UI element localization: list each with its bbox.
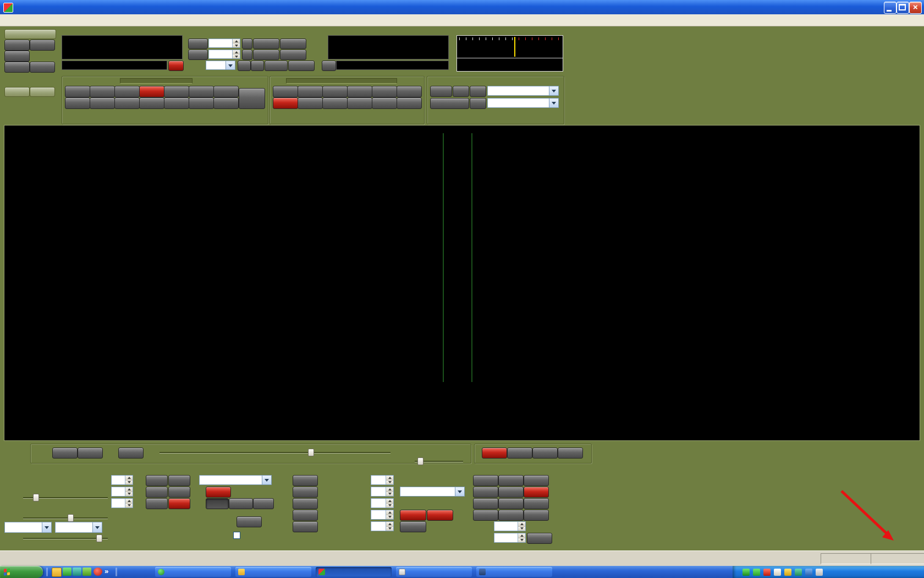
band-60-button[interactable] [114, 86, 140, 97]
filter-high-spinner[interactable] [494, 533, 526, 543]
rit-spinner[interactable] [208, 39, 240, 48]
mode-dsb-button[interactable] [372, 97, 397, 109]
spin-up-button[interactable] [518, 522, 525, 527]
dx-button[interactable] [293, 487, 318, 498]
band-gen-button[interactable] [213, 97, 239, 109]
filter-2k1-button[interactable] [498, 498, 524, 509]
display-pan-slider[interactable] [158, 448, 392, 457]
fill-button[interactable] [253, 498, 274, 509]
tray-document-icon[interactable] [774, 569, 781, 576]
spin-up-button[interactable] [125, 487, 133, 492]
filter-4k4-button[interactable] [498, 475, 524, 486]
sql-button[interactable] [146, 498, 168, 509]
peak-button[interactable] [229, 498, 253, 509]
quick-launch-overflow-chevron-icon[interactable]: » [105, 567, 108, 575]
quick-launch-app-icon[interactable] [82, 568, 91, 576]
slider-thumb[interactable] [308, 449, 314, 456]
band-12-button[interactable] [114, 97, 140, 109]
task-megafon-internet[interactable] [155, 567, 231, 577]
avg-button[interactable] [206, 498, 229, 509]
xit-spinner[interactable] [208, 50, 240, 59]
task-dnsdr[interactable] [316, 567, 392, 577]
xit-zero-button[interactable] [242, 50, 252, 60]
spin-down-button[interactable] [233, 54, 240, 58]
cpdr-button[interactable] [293, 498, 318, 509]
band-30-button[interactable] [164, 86, 189, 97]
step-minus-button[interactable] [238, 61, 251, 71]
a-greater-b-button[interactable] [288, 61, 315, 71]
vox-button[interactable] [293, 510, 318, 521]
spin-down-button[interactable] [386, 492, 393, 497]
bci-button[interactable] [52, 448, 78, 459]
start-button[interactable] [0, 566, 43, 578]
band-vhf-button[interactable] [239, 88, 265, 109]
tray-sync-icon[interactable] [795, 569, 802, 576]
x2tr-button[interactable] [30, 62, 55, 73]
tun-button[interactable] [30, 40, 55, 51]
record-button[interactable] [4, 87, 30, 97]
dropdown-arrow-icon[interactable] [549, 99, 558, 107]
drive-slider[interactable] [22, 534, 109, 543]
spin-down-button[interactable] [233, 43, 240, 47]
quick-launch-record-icon[interactable] [94, 568, 102, 576]
bin-button[interactable] [78, 448, 103, 459]
scale-2x-button[interactable] [470, 86, 486, 97]
vfob-button[interactable] [507, 448, 532, 459]
gate-spinner[interactable] [371, 521, 394, 531]
filter-5k-button[interactable] [473, 475, 498, 486]
filter-reset-button[interactable] [527, 533, 552, 544]
band-wwv-button[interactable] [213, 86, 239, 97]
band-10-button[interactable] [139, 97, 164, 109]
filter-low-spinner[interactable] [494, 521, 526, 531]
nb2-button[interactable] [168, 487, 190, 498]
filter-1k-button[interactable] [473, 510, 498, 521]
dropdown-arrow-icon[interactable] [226, 61, 235, 69]
nr-button[interactable] [146, 475, 168, 486]
filter-2k9-button[interactable] [498, 487, 524, 498]
band-20-button[interactable] [189, 86, 214, 97]
scale-4x-button[interactable] [470, 98, 486, 109]
nb-button[interactable] [146, 487, 168, 498]
agct-slider[interactable] [22, 514, 109, 522]
vox-spinner[interactable] [371, 510, 394, 520]
slider-thumb[interactable] [417, 457, 424, 465]
agc-combo[interactable] [4, 522, 52, 533]
swap-checkbox[interactable] [233, 532, 240, 539]
vfo-a-tx-button[interactable] [168, 61, 184, 71]
vac-button[interactable] [400, 521, 426, 532]
mic-button[interactable] [293, 475, 318, 486]
filter-3k3-button[interactable] [473, 487, 498, 498]
anf-button[interactable] [168, 475, 190, 486]
a-less-b-button[interactable] [280, 39, 306, 49]
spin-up-button[interactable] [125, 499, 133, 504]
cpdr-spinner[interactable] [371, 498, 394, 508]
spin-up-button[interactable] [386, 522, 393, 527]
mode-fmn-button[interactable] [372, 86, 397, 97]
spin-down-button[interactable] [125, 481, 133, 485]
mode-cwl-button[interactable] [298, 97, 323, 109]
mic-spinner[interactable] [371, 475, 394, 485]
spin-down-button[interactable] [125, 504, 133, 508]
band-6-button[interactable] [164, 97, 189, 109]
spin-up-button[interactable] [386, 510, 393, 515]
scale-1x-button[interactable] [453, 86, 469, 97]
spin-up-button[interactable] [386, 487, 393, 492]
display-mode-combo[interactable] [199, 475, 272, 485]
close-button[interactable] [909, 2, 922, 14]
dropdown-arrow-icon[interactable] [262, 476, 271, 484]
spin-up-button[interactable] [386, 476, 393, 481]
dropdown-arrow-icon[interactable] [455, 487, 464, 496]
mut-button[interactable] [4, 62, 30, 73]
tray-connection-icon[interactable] [805, 569, 812, 576]
slider-thumb[interactable] [96, 535, 102, 542]
band-160-button[interactable] [65, 86, 90, 97]
maximize-button[interactable] [897, 2, 909, 14]
mode-sam-button[interactable] [347, 97, 372, 109]
agct-spinner[interactable] [111, 487, 133, 497]
filter-1k8-button[interactable] [524, 498, 549, 509]
rx-eq-button[interactable] [400, 510, 426, 521]
spin-down-button[interactable] [386, 515, 393, 520]
mox-button[interactable] [4, 51, 30, 62]
vfo-b-tx-button[interactable] [322, 61, 336, 71]
if-to-v-button[interactable] [253, 50, 279, 60]
